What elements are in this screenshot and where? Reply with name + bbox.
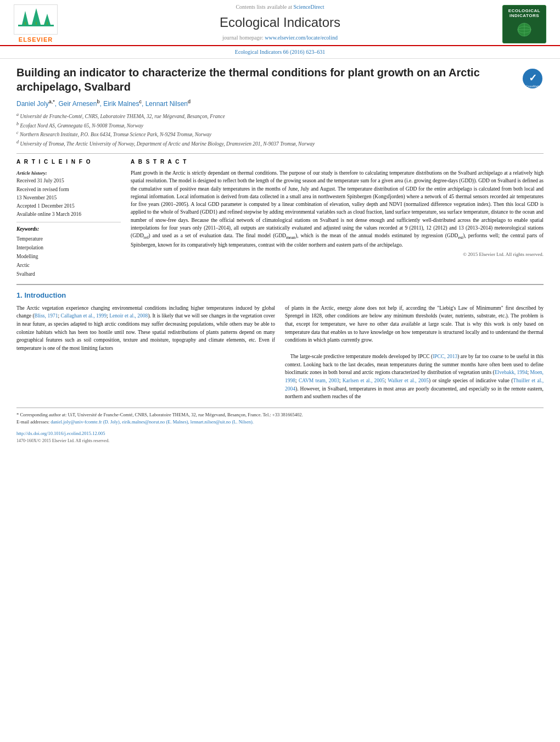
copyright-line: © 2015 Elsevier Ltd. All rights reserved… <box>131 251 544 258</box>
email-label: E-mail addresses: <box>16 419 49 425</box>
elsevier-logo: ELSEVIER <box>11 4 60 44</box>
svg-rect-7 <box>47 22 48 25</box>
elsevier-wordmark: ELSEVIER <box>19 36 53 44</box>
affiliation-d: d University of Tromsø, The Arctic Unive… <box>16 139 544 148</box>
badge-title: ECOLOGICALINDICATORS <box>508 8 540 19</box>
article-history: Article history: Received 31 July 2015 R… <box>16 169 121 219</box>
keywords-title: Keywords: <box>16 226 121 233</box>
journal-header: ELSEVIER Contents lists available at Sci… <box>0 0 560 46</box>
section-title: Introduction <box>24 291 66 299</box>
ref-bliss[interactable]: Bliss, 1971 <box>35 313 58 319</box>
ref-lenoir[interactable]: Lenoir et al., 2008 <box>109 313 148 319</box>
journal-id: Ecological Indicators 66 (2016) 623–631 <box>235 49 325 55</box>
journal-title: Ecological Indicators <box>60 13 500 32</box>
journal-homepage: journal homepage: www.elsevier.com/locat… <box>60 34 500 42</box>
affiliations: a Université de Franche-Comté, CNRS, Lab… <box>16 111 544 148</box>
accepted-date: Accepted 1 December 2015 <box>16 202 121 210</box>
abstract-col: A B S T R A C T Plant growth in the Arct… <box>131 158 544 278</box>
affiliation-b: b Ecofact Nord AS, Grønnegata 65, N-9008… <box>16 121 544 130</box>
affiliation-c: c Northern Research Institute, P.O. Box … <box>16 130 544 138</box>
abstract-body: Plant growth in the Arctic is strictly d… <box>131 169 544 249</box>
svg-rect-6 <box>36 22 37 25</box>
info-abstract-section: A R T I C L E I N F O Article history: R… <box>16 158 544 278</box>
article-info-col: A R T I C L E I N F O Article history: R… <box>16 158 121 278</box>
body-divider <box>16 284 544 285</box>
received-date: Received 31 July 2015 <box>16 177 121 185</box>
history-label: Article history: <box>16 169 121 177</box>
affiliation-a: a Université de Franche-Comté, CNRS, Lab… <box>16 111 544 120</box>
article-content: Building an indicator to characterize th… <box>0 59 560 451</box>
keyword-temperature: Temperature <box>16 235 121 243</box>
elsevier-logo-section: ELSEVIER <box>11 4 60 44</box>
elsevier-logo-image <box>14 4 58 35</box>
ref-elvebakk[interactable]: Elvebakk, 1994 <box>495 370 528 375</box>
ref-cavm[interactable]: CAVM team, 2003 <box>299 378 339 383</box>
corresponding-author-note: * Corresponding author at: UiT, Universi… <box>16 411 544 419</box>
available-date: Available online 3 March 2016 <box>16 210 121 219</box>
intro-col-left: The Arctic vegetation experience changin… <box>16 304 275 401</box>
ref-walker[interactable]: Walker et al., 2005 <box>388 378 429 383</box>
ecological-indicators-badge: ECOLOGICALINDICATORS <box>502 5 546 43</box>
sciencedirect-link: Contents lists available at ScienceDirec… <box>60 3 500 11</box>
email-line: E-mail addresses: daniel.joly@univ-fcomt… <box>16 419 544 426</box>
doi-rights: 1470-160X/© 2015 Elsevier Ltd. All right… <box>16 438 544 444</box>
email-links[interactable]: daniel.joly@univ-fcomte.fr (D. Joly), ei… <box>51 419 254 425</box>
authors-line: Daniel Jolya,*, Geir Arnesenb, Eirik Mal… <box>16 98 544 109</box>
sciencedirect-anchor[interactable]: ScienceDirect <box>293 4 324 10</box>
footnote-section: * Corresponding author at: UiT, Universi… <box>16 408 544 444</box>
author-daniel: Daniel Joly <box>16 100 49 108</box>
author-eirik: Eirik Malnes <box>103 100 139 108</box>
journal-id-line: Ecological Indicators 66 (2016) 623–631 <box>0 46 560 59</box>
svg-text:✓: ✓ <box>529 72 537 83</box>
received-revised-label: Received in revised form <box>16 186 121 194</box>
article-title-section: Building an indicator to characterize th… <box>16 65 544 94</box>
received-revised-date: 13 November 2015 <box>16 194 121 202</box>
intro-section-heading: 1. Introduction <box>16 291 544 300</box>
intro-body: The Arctic vegetation experience changin… <box>16 304 544 401</box>
abstract-heading: A B S T R A C T <box>131 158 544 166</box>
intro-col-right: of plants in the Arctic, energy alone do… <box>285 304 544 401</box>
journal-header-center: Contents lists available at ScienceDirec… <box>60 3 500 45</box>
keywords-list: Temperature Interpolation Modelling Arct… <box>16 235 121 279</box>
author-geir: Geir Arnesen <box>58 100 97 108</box>
info-divider <box>16 222 121 222</box>
svg-text:CrossMark: CrossMark <box>526 85 540 88</box>
badge-sub <box>509 20 540 40</box>
ref-callaghan[interactable]: Callaghan et al., 1999 <box>61 313 107 319</box>
svg-rect-5 <box>25 22 26 25</box>
keyword-modelling: Modelling <box>16 252 121 261</box>
eco-badge-container: ECOLOGICALINDICATORS <box>500 5 549 43</box>
keyword-arctic: Arctic <box>16 261 121 270</box>
author-lennart: Lennart Nilsen <box>145 100 188 108</box>
article-title: Building an indicator to characterize th… <box>16 65 522 94</box>
doi-line: http://dx.doi.org/10.1016/j.ecolind.2015… <box>16 430 544 437</box>
crossmark-badge: ✓ CrossMark <box>522 68 544 90</box>
keywords-section: Keywords: Temperature Interpolation Mode… <box>16 226 121 278</box>
keyword-interpolation: Interpolation <box>16 243 121 252</box>
article-info-heading: A R T I C L E I N F O <box>16 158 121 166</box>
divider-1 <box>16 153 544 154</box>
ref-karlsen[interactable]: Karlsen et al., 2005 <box>343 378 385 383</box>
doi-link[interactable]: http://dx.doi.org/10.1016/j.ecolind.2015… <box>16 431 105 436</box>
ref-ipcc[interactable]: IPCC, 2013 <box>433 354 457 359</box>
homepage-url[interactable]: www.elsevier.com/locate/ecolind <box>265 35 338 41</box>
section-number: 1. <box>16 291 23 299</box>
keyword-svalbard: Svalbard <box>16 270 121 278</box>
svg-rect-1 <box>18 25 54 26</box>
